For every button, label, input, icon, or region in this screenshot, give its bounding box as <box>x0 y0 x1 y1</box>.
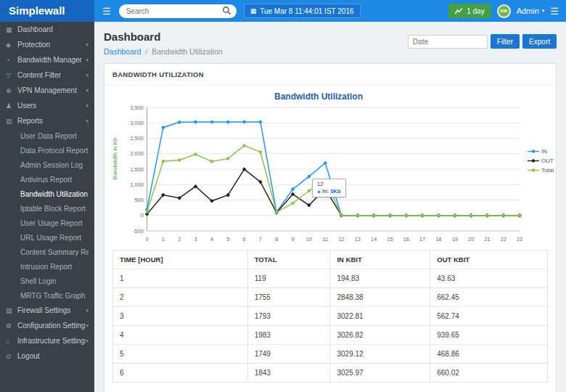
legend-marker-icon <box>528 149 539 154</box>
bandwidth-card: BANDWIDTH UTILIZATION Bandwidth Utilizat… <box>104 63 557 392</box>
gauge-icon: ◔ <box>6 57 17 64</box>
sidebar-item-user-data-report[interactable]: User Data Report <box>0 128 94 143</box>
chevron-down-icon: ▾ <box>86 57 89 63</box>
chart-title: Bandwidth Utilization <box>115 91 522 102</box>
sidebar-item-vpn-management[interactable]: ⊕VPN Management▾ <box>0 83 94 98</box>
table-cell: 1983 <box>247 326 330 345</box>
sidebar-item-protection[interactable]: ◈Protection▾ <box>0 37 94 52</box>
datetime-button[interactable]: ▦ Tue Mar 8 11:44:01 IST 2016 <box>244 4 361 18</box>
table-row: 618433025.97660.02 <box>113 364 548 383</box>
sidebar-item-label: User Data Report <box>20 132 89 140</box>
legend-item-total[interactable]: Total <box>528 167 554 173</box>
sidebar-item-content-summary-report[interactable]: Content Summary Report <box>0 245 94 259</box>
svg-text:21: 21 <box>484 236 490 242</box>
sidebar-nav: ▦Dashboard◈Protection▾◔Bandwidth Manager… <box>0 22 94 392</box>
table-cell: 3025.97 <box>330 364 430 383</box>
sidebar-item-bandwidth-manager[interactable]: ◔Bandwidth Manager▾ <box>0 52 94 68</box>
sidebar-item-users[interactable]: ♟Users▾ <box>0 98 94 113</box>
bandwidth-chart-svg[interactable]: -50005001,0001,5002,0002,5003,0003,50001… <box>115 102 522 244</box>
table-row: 217552848.38662.45 <box>113 288 548 307</box>
svg-text:1,000: 1,000 <box>131 181 144 188</box>
sidebar-item-firewall-settings[interactable]: ▤Firewall Settings▾ <box>0 303 94 318</box>
sidebar-item-antivirus-report[interactable]: Antivirus Report <box>0 172 94 187</box>
svg-text:2,500: 2,500 <box>131 135 144 142</box>
sidebar-item-reports[interactable]: ▥Reports▾ <box>0 113 94 128</box>
top-bar: Simplewall ☰ ▦ Tue Mar 8 11:44:01 IST 20… <box>0 0 566 22</box>
globe-icon: ⊕ <box>6 87 17 94</box>
chart-area[interactable]: Bandwidth Utilization Bandwidth in Kb -5… <box>104 86 556 244</box>
table-cell: 1793 <box>247 307 330 326</box>
breadcrumb-dashboard-link[interactable]: Dashboard <box>104 47 141 56</box>
tooltip-hour: 12 <box>317 181 340 187</box>
table-cell: 119 <box>247 269 330 288</box>
sidebar-item-admin-session-log[interactable]: Admin Session Log <box>0 158 94 172</box>
sidebar-item-label: Bandwidth Utilization <box>20 190 89 198</box>
table-cell: 660.02 <box>430 364 548 383</box>
sidebar-item-configuration-settings[interactable]: ⚙Configuration Settings▾ <box>0 318 94 333</box>
filter-button[interactable]: Filter <box>491 34 520 49</box>
sidebar-item-url-usage-report[interactable]: URL Usage Report <box>0 230 94 245</box>
range-button[interactable]: 1 day <box>448 4 491 18</box>
report-icon: ▥ <box>6 118 17 125</box>
sidebar-item-label: Dashboard <box>17 25 89 33</box>
sidebar-item-shell-login[interactable]: Shell Login <box>0 274 94 288</box>
sidebar-menu: ▦Dashboard◈Protection▾◔Bandwidth Manager… <box>0 22 94 364</box>
sidebar-item-label: Logout <box>17 352 89 360</box>
svg-text:12: 12 <box>338 236 344 242</box>
chevron-down-icon: ▾ <box>86 73 89 78</box>
chevron-down-icon: ▾ <box>86 338 89 344</box>
line-chart-icon <box>455 8 463 15</box>
brand-logo[interactable]: Simplewall <box>0 0 94 22</box>
search-input[interactable] <box>119 4 237 18</box>
user-menu[interactable]: Admin ▾ <box>517 7 545 15</box>
date-input[interactable] <box>408 35 488 49</box>
legend-label: OUT <box>541 158 554 164</box>
table-row: 1119194.8343.63 <box>113 269 548 288</box>
sidebar-item-label: Content Summary Report <box>20 248 89 256</box>
sidebar-item-label: URL Usage Report <box>20 234 89 242</box>
sidebar-item-mrtg-traffic-graph[interactable]: MRTG Traffic Graph <box>0 288 94 303</box>
sidebar-item-logout[interactable]: ⊙Logout <box>0 348 94 364</box>
svg-text:500: 500 <box>135 197 144 203</box>
legend-marker-icon <box>528 168 539 173</box>
sidebar-item-data-protocol-report[interactable]: Data Protocol Report <box>0 143 94 158</box>
shield-icon: ◈ <box>6 41 17 49</box>
chevron-down-icon: ▾ <box>86 323 89 329</box>
sidebar-item-infrastructure-settings[interactable]: ⌂Infrastructure Settings▾ <box>0 333 94 348</box>
chevron-down-icon: ▾ <box>86 308 89 314</box>
sidebar-item-content-filter[interactable]: ▽Content Filter▾ <box>0 68 94 83</box>
chevron-down-icon: ▾ <box>86 42 89 48</box>
avatar[interactable]: SW <box>497 4 511 18</box>
sidebar-item-label: Content Filter <box>17 71 86 79</box>
search-icon[interactable] <box>222 6 231 15</box>
table-cell: 662.45 <box>430 288 548 307</box>
legend-item-in[interactable]: IN <box>528 148 554 155</box>
settings-menu-icon[interactable]: ☰ <box>550 6 559 17</box>
firewall-icon: ▤ <box>6 307 17 314</box>
sidebar-item-label: Bandwidth Manager <box>17 56 86 64</box>
table-cell: 3 <box>113 307 248 326</box>
sidebar-item-user-usage-report[interactable]: User Usage Report <box>0 216 94 230</box>
svg-text:9: 9 <box>292 236 295 242</box>
chevron-down-icon: ▾ <box>542 8 545 14</box>
svg-text:23: 23 <box>517 236 522 242</box>
svg-text:10: 10 <box>306 236 312 242</box>
export-button[interactable]: Export <box>522 34 557 49</box>
sidebar-item-bandwidth-utilization[interactable]: Bandwidth Utilization <box>0 187 94 201</box>
menu-toggle-icon[interactable]: ☰ <box>94 6 119 17</box>
table-cell: 3022.81 <box>330 307 430 326</box>
sidebar-item-dashboard[interactable]: ▦Dashboard <box>0 22 94 37</box>
series-marker-icon: ◆ <box>317 189 321 194</box>
svg-text:18: 18 <box>435 236 441 242</box>
table-cell: 4 <box>113 326 248 345</box>
table-cell: 939.65 <box>430 326 548 345</box>
tooltip-series: IN: <box>322 188 329 195</box>
sidebar-item-iptable-block-report[interactable]: Iptable Block Report <box>0 201 94 216</box>
svg-text:2,000: 2,000 <box>131 150 144 157</box>
svg-text:11: 11 <box>322 236 328 242</box>
gear-icon: ⚙ <box>6 322 17 330</box>
legend-item-out[interactable]: OUT <box>528 158 554 164</box>
search-box <box>119 4 237 18</box>
sidebar-item-intrusion-report[interactable]: Intrusion Report <box>0 259 94 274</box>
filter-icon: ▽ <box>6 72 17 79</box>
